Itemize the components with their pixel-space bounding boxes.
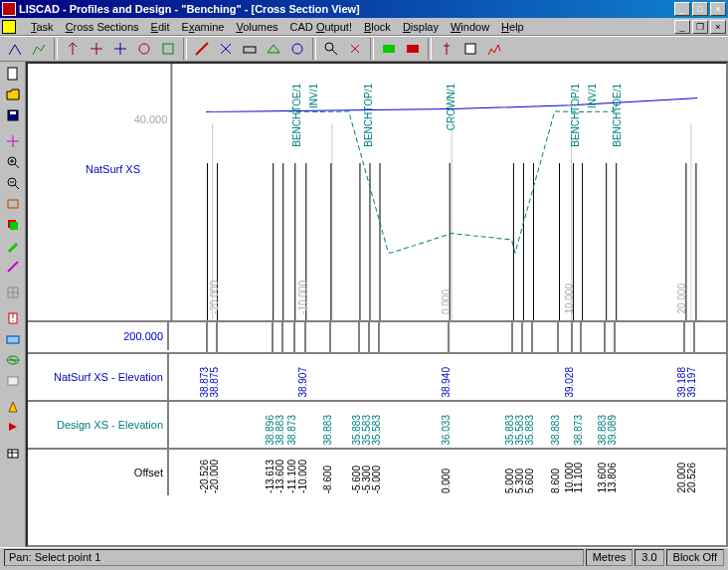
tool-11[interactable]	[263, 38, 284, 60]
survey-button[interactable]	[3, 397, 23, 417]
feature-label: BENCHTOE/1	[612, 84, 623, 147]
status-units: Metres	[586, 549, 634, 566]
dsvals-value: 35.583	[371, 415, 382, 446]
zoom-in-button[interactable]	[3, 152, 23, 172]
row-label-natsurf: NatSurf XS - Elevation	[54, 371, 163, 383]
tool-9[interactable]	[215, 38, 237, 60]
close-button[interactable]: ×	[710, 2, 726, 16]
dsvals-value: 38.873	[286, 415, 297, 446]
tool-7[interactable]	[157, 38, 179, 60]
tool-14[interactable]	[344, 38, 366, 60]
open-button[interactable]	[3, 85, 23, 104]
tool-8[interactable]	[191, 38, 213, 60]
hatch-button[interactable]	[3, 350, 23, 370]
svg-rect-10	[10, 111, 16, 114]
maximize-button[interactable]: □	[692, 2, 708, 16]
ofvals-value: -11.100	[286, 460, 297, 493]
ofvals-value: 11.100	[573, 463, 584, 493]
draw-button[interactable]	[3, 257, 23, 277]
feature-label: INV/1	[587, 84, 598, 108]
menu-cadoutput[interactable]: CAD Output!	[285, 20, 357, 34]
tool-4[interactable]	[86, 38, 107, 60]
dsvals-value: 35.883	[524, 415, 535, 446]
report-button[interactable]	[3, 418, 23, 438]
tool-16[interactable]	[402, 38, 424, 60]
menu-help[interactable]: Help	[496, 20, 529, 34]
nsvals-value: 38.940	[441, 367, 452, 398]
menu-task[interactable]: Task	[26, 20, 59, 34]
svg-rect-18	[7, 336, 19, 343]
ofvals-value: 13.806	[607, 463, 618, 493]
menu-display[interactable]: Display	[398, 20, 444, 34]
tool-15[interactable]	[378, 38, 400, 60]
new-button[interactable]	[3, 64, 23, 84]
feature-label: BENCHTOP/1	[570, 84, 581, 147]
tool-18[interactable]	[459, 38, 481, 60]
ofvals-value: -20.000	[209, 460, 220, 493]
layers-button[interactable]	[3, 215, 23, 235]
ofvals-value: 0.000	[441, 469, 452, 493]
tool-2[interactable]	[28, 38, 50, 60]
alert-button[interactable]: !	[3, 308, 23, 328]
tool-17[interactable]	[436, 38, 457, 60]
menu-volumes[interactable]: Volumes	[231, 20, 282, 34]
x-grid-label: -10.000	[297, 281, 308, 314]
tool-5[interactable]	[109, 38, 131, 60]
save-button[interactable]	[3, 105, 23, 125]
status-message: Pan: Select point 1	[4, 549, 584, 566]
mdi-close-button[interactable]: ×	[710, 20, 726, 34]
tool-3[interactable]	[62, 38, 84, 60]
menu-examine[interactable]: Examine	[177, 20, 230, 34]
mdi-restore-button[interactable]: ❐	[692, 20, 708, 34]
ofvals-value: 8.600	[550, 469, 561, 493]
dsvals-value: 39.089	[607, 415, 618, 446]
chainage-value: 200.000	[123, 330, 163, 342]
svg-rect-8	[8, 68, 17, 80]
svg-point-0	[139, 44, 149, 54]
tool-6[interactable]	[133, 38, 155, 60]
dsvals-value: 38.883	[550, 415, 561, 446]
text-button[interactable]	[3, 371, 23, 391]
grid-button[interactable]	[3, 283, 23, 302]
window-title: LISCAD - Profiles and Design - "Benching…	[19, 3, 674, 15]
toolbar	[0, 36, 728, 62]
feature-label: INV/1	[308, 84, 319, 108]
zoom-out-button[interactable]	[3, 173, 23, 193]
ofvals-value: 5.600	[524, 469, 535, 493]
doc-icon[interactable]	[2, 20, 16, 34]
status-scale: 3.0	[635, 549, 663, 566]
menu-window[interactable]: Window	[446, 20, 494, 34]
table-button[interactable]	[3, 444, 23, 464]
edit-button[interactable]	[3, 236, 23, 256]
tool-10[interactable]	[239, 38, 261, 60]
x-grid-label: 0.000	[441, 289, 452, 314]
feature-label: BENCHTOE/1	[291, 84, 302, 147]
menu-block[interactable]: Block	[359, 20, 396, 34]
menu-bar: TaskCross SectionsEditExamineVolumesCAD …	[0, 18, 728, 36]
tool-12[interactable]	[286, 38, 308, 60]
menu-edit[interactable]: Edit	[146, 20, 175, 34]
tool-13[interactable]	[320, 38, 342, 60]
ofvals-value: -8.600	[322, 466, 333, 493]
ofvals-value: 20.526	[686, 463, 697, 493]
minimize-button[interactable]: _	[674, 2, 690, 16]
status-bar: Pan: Select point 1 Metres 3.0 Block Off	[0, 547, 728, 567]
x-grid-label: 10.000	[564, 284, 575, 314]
tool-19[interactable]	[483, 38, 505, 60]
tool-1[interactable]	[4, 38, 26, 60]
ofvals-value: -5.000	[371, 466, 382, 493]
status-block: Block Off	[666, 549, 724, 566]
app-icon	[2, 2, 16, 16]
svg-rect-15	[10, 222, 18, 230]
title-bar: LISCAD - Profiles and Design - "Benching…	[0, 0, 728, 18]
move-button[interactable]	[3, 131, 23, 151]
cross-section-canvas[interactable]: 40.000 NatSurf XS BENCHTOE/1INV/1BENCHTO…	[26, 62, 728, 547]
menu-crosssections[interactable]: Cross Sections	[61, 20, 144, 34]
nsvals-value: 38.875	[209, 367, 220, 398]
svg-rect-2	[244, 47, 256, 53]
row-label-design: Design XS - Elevation	[57, 419, 163, 431]
zoom-world-button[interactable]	[3, 194, 23, 214]
plane-button[interactable]	[3, 329, 23, 349]
mdi-minimize-button[interactable]: _	[674, 20, 690, 34]
svg-rect-5	[383, 45, 395, 53]
